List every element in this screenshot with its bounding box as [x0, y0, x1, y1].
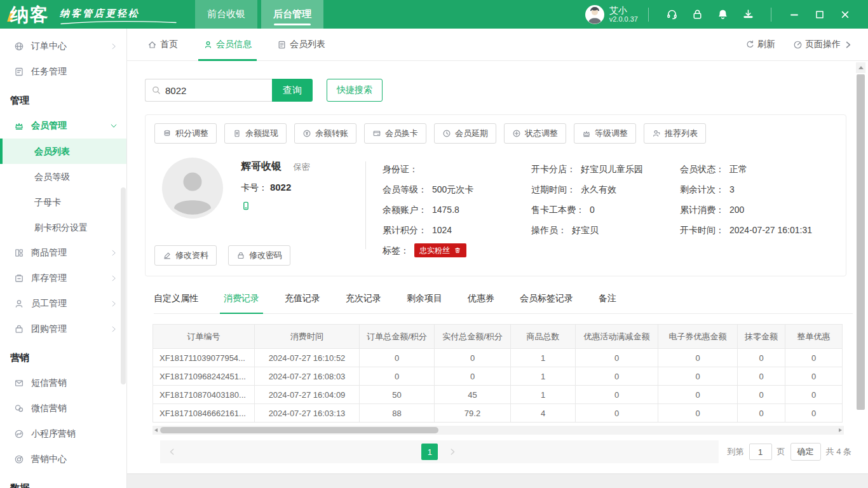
detail-tab-times-records[interactable]: 充次记录	[346, 293, 381, 313]
sidebar-scrollbar-thumb[interactable]	[121, 187, 126, 384]
points-adjust-label: 积分调整	[175, 128, 208, 139]
bell-button[interactable]	[710, 8, 735, 20]
scroll-right-icon[interactable]	[839, 428, 842, 432]
topbar-tab-label: 后台管理	[273, 8, 311, 20]
sidebar-item-miniapp-marketing[interactable]: 小程序营销	[0, 421, 126, 447]
page-operations-button[interactable]: 页面操作	[793, 39, 853, 50]
balance-transfer-button[interactable]: 余额转账	[294, 123, 356, 144]
sidebar-item-wechat-marketing[interactable]: 微信营销	[0, 396, 126, 421]
sidebar-item-stock-management[interactable]: 库存管理	[0, 266, 126, 291]
vertical-scrollbar-thumb[interactable]	[857, 74, 865, 410]
scroll-left-icon[interactable]	[154, 428, 158, 432]
next-page-icon[interactable]	[448, 447, 457, 456]
sidebar-subitem-card-points-setting[interactable]: 刷卡积分设置	[0, 215, 126, 240]
table-row[interactable]: XF181710870403180...2024-07-27 16:04:095…	[153, 386, 843, 404]
balance-withdraw-button[interactable]: 余额提现	[224, 123, 287, 144]
member-field: 累计消费：200	[680, 200, 837, 220]
sidebar-item-label: 微信营销	[31, 403, 118, 414]
minimize-button[interactable]	[782, 10, 807, 20]
lock-button[interactable]	[684, 8, 710, 20]
page-tab-home[interactable]: 首页	[145, 29, 180, 61]
status-adjust-label: 状态调整	[525, 128, 558, 139]
maximize-button[interactable]	[807, 10, 832, 20]
goto-confirm-button[interactable]: 确定	[790, 443, 821, 461]
scroll-up-icon	[858, 66, 864, 69]
table-cell: 0	[658, 349, 738, 367]
user-profile[interactable]: 艾小 v2.0.0.37	[585, 5, 638, 24]
detail-tab-consume-records[interactable]: 消费记录	[224, 293, 259, 313]
trash-icon	[454, 247, 461, 254]
profile-left: 辉哥收银 保密 卡号： 8022	[154, 158, 365, 266]
window-controls	[782, 10, 858, 20]
topbar-tab-front-cashier[interactable]: 前台收银	[195, 0, 257, 29]
profile-top: 辉哥收银 保密 卡号： 8022	[154, 158, 365, 219]
lock-icon	[236, 251, 245, 260]
field-value: 1475.8	[432, 200, 459, 220]
sidebar-item-staff-management[interactable]: 员工管理	[0, 291, 126, 316]
refresh-label: 刷新	[757, 39, 775, 50]
sidebar-item-marketing-center[interactable]: 营销中心	[0, 447, 126, 472]
referral-list-button[interactable]: 推荐列表	[644, 123, 706, 144]
scroll-up-button[interactable]	[856, 62, 865, 73]
points-adjust-button[interactable]: 积分调整	[154, 123, 217, 144]
table-row[interactable]: XF181710968242451...2024-07-27 16:08:030…	[153, 367, 843, 386]
withdraw-icon	[233, 129, 241, 138]
detail-tab-remaining-items[interactable]: 剩余项目	[407, 293, 442, 313]
sidebar-item-label: 订单中心	[31, 41, 103, 52]
main-area: 首页会员信息会员列表 刷新 页面操作	[127, 29, 868, 488]
table-row[interactable]: XF181711039077954...2024-07-27 16:10:520…	[153, 349, 843, 367]
detail-tab-remarks[interactable]: 备注	[599, 293, 616, 313]
quick-search-button[interactable]: 快捷搜索	[327, 79, 383, 102]
bell-icon	[717, 8, 729, 20]
detail-tab-recharge-records[interactable]: 充值记录	[285, 293, 320, 313]
page-tab-member-list[interactable]: 会员列表	[275, 29, 328, 61]
transfer-icon	[302, 129, 311, 138]
detail-tab-coupons[interactable]: 优惠券	[468, 293, 494, 313]
member-avatar	[162, 158, 223, 219]
member-actions-row: 积分调整余额提现余额转账会员换卡会员延期状态调整等级调整推荐列表	[154, 123, 837, 144]
member-tag-row: 标签：忠实粉丝	[383, 240, 531, 261]
goto-page-input[interactable]	[749, 444, 772, 460]
detail-tab-member-tag-records[interactable]: 会员标签记录	[520, 293, 573, 313]
sidebar-item-member-management[interactable]: 会员管理	[0, 113, 126, 139]
sidebar-subitem-member-level[interactable]: 会员等级	[0, 164, 126, 189]
prev-page-icon[interactable]	[168, 447, 177, 456]
current-page-button[interactable]: 1	[421, 444, 438, 460]
table-cell: XF181711039077954...	[153, 349, 255, 367]
sidebar-item-sms-marketing[interactable]: 短信营销	[0, 370, 126, 396]
vertical-scrollbar[interactable]	[856, 62, 865, 474]
topbar-tab-backend-manage[interactable]: 后台管理	[261, 0, 323, 29]
sidebar-subitem-member-list[interactable]: 会员列表	[0, 139, 126, 164]
detail-tab-custom-attrs[interactable]: 自定义属性	[154, 293, 198, 313]
table-row[interactable]: XF181710846662161...2024-07-27 16:03:138…	[153, 404, 843, 423]
refresh-button[interactable]: 刷新	[745, 39, 775, 50]
target-icon	[14, 454, 24, 464]
table-cell: 0	[576, 404, 658, 423]
search-input[interactable]	[165, 85, 272, 96]
page-tab-member-info[interactable]: 会员信息	[201, 29, 254, 61]
edit-password-button[interactable]: 修改密码	[228, 245, 290, 266]
horizontal-scrollbar-thumb[interactable]	[160, 427, 438, 433]
sidebar-item-groupbuy-management[interactable]: 团购管理	[0, 316, 126, 342]
sidebar-item-order-center[interactable]: 订单中心	[0, 34, 126, 59]
edit-profile-button[interactable]: 修改资料	[154, 245, 217, 266]
sidebar: 订单中心任务管理管理会员管理会员列表会员等级子母卡刷卡积分设置商品管理库存管理员…	[0, 29, 127, 488]
sidebar-item-task-management[interactable]: 任务管理	[0, 59, 126, 85]
sidebar-item-goods-management[interactable]: 商品管理	[0, 240, 126, 266]
page-tab-label: 会员信息	[216, 39, 252, 50]
status-adjust-button[interactable]: 状态调整	[504, 123, 566, 144]
member-extend-button[interactable]: 会员延期	[434, 123, 496, 144]
level-adjust-button[interactable]: 等级调整	[574, 123, 636, 144]
support-button[interactable]	[659, 8, 684, 20]
query-button[interactable]: 查询	[272, 79, 313, 102]
member-tag-badge[interactable]: 忠实粉丝	[414, 243, 466, 257]
table-cell: 1	[511, 349, 576, 367]
globe-icon	[14, 41, 24, 51]
download-button[interactable]	[735, 8, 761, 20]
close-button[interactable]	[832, 10, 858, 20]
column-header: 订单编号	[153, 325, 255, 349]
member-extend-label: 会员延期	[455, 128, 488, 139]
sidebar-subitem-sub-card[interactable]: 子母卡	[0, 189, 126, 215]
horizontal-scrollbar[interactable]	[153, 426, 844, 435]
card-replace-button[interactable]: 会员换卡	[364, 123, 426, 144]
